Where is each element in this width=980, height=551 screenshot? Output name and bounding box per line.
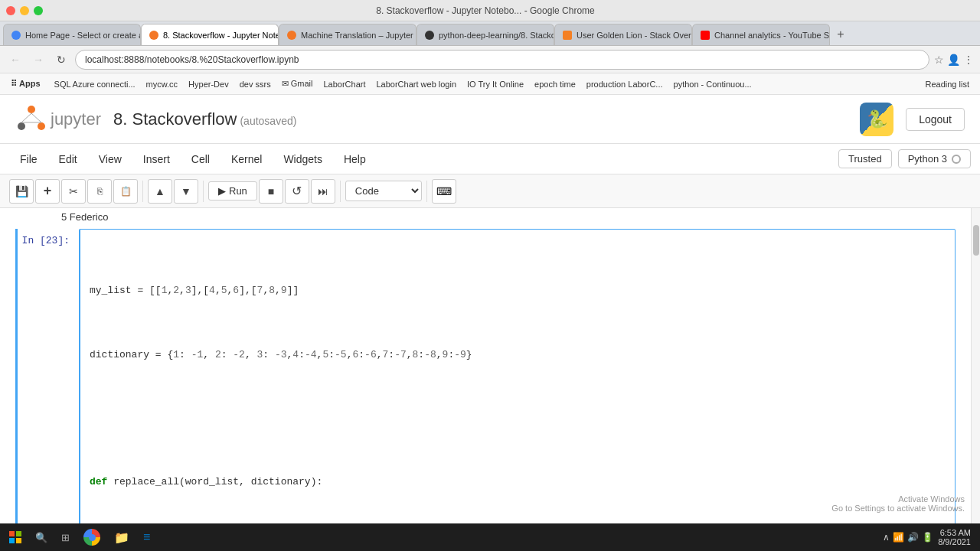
window-controls[interactable]	[6, 6, 43, 15]
move-down-button[interactable]: ▼	[174, 179, 198, 204]
close-window-button[interactable]	[6, 6, 15, 15]
bookmark-devssrs[interactable]: dev ssrs	[235, 78, 276, 90]
tab-home[interactable]: Home Page - Select or create a... ✕	[3, 24, 141, 45]
chrome-icon-center	[89, 534, 96, 541]
bookmark-icon[interactable]: ☆	[934, 54, 944, 66]
taskbar-vscode[interactable]: ≡	[137, 527, 156, 548]
bookmark-python[interactable]: python - Continuou...	[669, 78, 756, 90]
notebook-title-text: 8. Stackoverflow	[113, 109, 237, 129]
taskbar-chrome[interactable]	[77, 527, 106, 548]
copy-button[interactable]: ⎘	[87, 179, 112, 204]
move-up-button[interactable]: ▲	[148, 179, 172, 204]
output-above-text: 5 Federico	[61, 211, 108, 223]
menu-insert[interactable]: Insert	[132, 147, 181, 171]
back-button[interactable]: ←	[6, 51, 24, 69]
tab-label-home: Home Page - Select or create a...	[25, 31, 141, 40]
menu-icon[interactable]: ⋮	[963, 54, 974, 66]
code-line-3	[90, 411, 946, 427]
jupyter-logo: jupyter	[15, 103, 101, 135]
svg-rect-5	[9, 538, 15, 543]
menu-widgets[interactable]: Widgets	[273, 147, 333, 171]
forward-button[interactable]: →	[29, 51, 47, 69]
toolbar-separator-4	[426, 181, 427, 202]
jupyter-logo-icon: jupyter	[15, 103, 101, 135]
tab-jupyter[interactable]: 8. Stackoverflow - Jupyter Note... ✕	[141, 24, 279, 45]
vscode-icon: ≡	[143, 530, 150, 544]
battery-icon[interactable]: 🔋	[922, 532, 933, 543]
bookmark-epoch[interactable]: epoch time	[530, 78, 580, 90]
add-cell-button[interactable]: +	[35, 179, 60, 204]
tab-yt[interactable]: Channel analytics - YouTube Stu... ✕	[692, 24, 830, 45]
menu-file[interactable]: File	[9, 147, 48, 171]
systray-chevron[interactable]: ∧	[883, 532, 890, 543]
save-button[interactable]: 💾	[9, 179, 34, 204]
bookmark-gmail[interactable]: ✉ Gmail	[277, 77, 318, 90]
code-cell-23[interactable]: In [23]: my_list = [[1,2,3],[4,5,6],[7,8…	[15, 229, 956, 551]
taskbar-explorer[interactable]: 📁	[108, 527, 136, 548]
cut-icon: ✂	[69, 185, 78, 197]
new-tab-button[interactable]: +	[830, 24, 851, 45]
code-line-2: dictionary = {1: -1, 2: -2, 3: -3,4:-4,5…	[90, 347, 946, 364]
bookmark-hyperdev[interactable]: Hyper-Dev	[184, 78, 234, 90]
svg-rect-6	[16, 538, 21, 543]
tab-mt[interactable]: Machine Translation – Jupyter No... ✕	[279, 24, 416, 45]
cut-button[interactable]: ✂	[61, 179, 86, 204]
speaker-icon[interactable]: 🔊	[907, 532, 919, 543]
menu-bar: File Edit View Insert Cell Kernel Widget…	[0, 144, 980, 174]
bookmark-prodlc[interactable]: production LaborC...	[582, 78, 668, 90]
tab-label-so: User Golden Lion - Stack Overfl...	[577, 31, 692, 40]
menu-view[interactable]: View	[88, 147, 132, 171]
tab-label-yt: Channel analytics - YouTube Stu...	[714, 31, 830, 40]
python-logo-icon: 🐍	[867, 109, 887, 129]
clock[interactable]: 6:53 AM 8/9/2021	[938, 528, 971, 546]
taskbar-search[interactable]: 🔍	[29, 527, 54, 548]
run-button[interactable]: ▶ Run	[208, 181, 257, 201]
win-activate-line2: Go to Settings to activate Windows.	[831, 504, 965, 513]
tab-favicon-home	[11, 31, 21, 40]
stop-button[interactable]: ■	[259, 179, 283, 204]
bookmark-laborchart[interactable]: LaborChart	[318, 78, 370, 90]
menu-help[interactable]: Help	[333, 147, 377, 171]
windows-activation-watermark: Activate Windows Go to Settings to activ…	[831, 494, 965, 513]
window-title: 8. Stackoverflow - Jupyter Notebo... - G…	[43, 5, 928, 16]
url-input[interactable]: localhost:8888/notebooks/8.%20Stackoverf…	[75, 50, 929, 70]
logout-button[interactable]: Logout	[906, 108, 965, 131]
vertical-scrollbar[interactable]	[971, 208, 980, 551]
title-bar: 8. Stackoverflow - Jupyter Notebo... - G…	[0, 0, 980, 21]
cell-input[interactable]: my_list = [[1,2,3],[4,5,6],[7,8,9]] dict…	[79, 229, 956, 551]
tab-so[interactable]: User Golden Lion - Stack Overfl... ✕	[554, 24, 692, 45]
run-label: Run	[229, 185, 247, 197]
menu-cell[interactable]: Cell	[181, 147, 220, 171]
paste-icon: 📋	[120, 186, 132, 197]
cell-type-select[interactable]: Code	[345, 181, 422, 201]
paste-button[interactable]: 📋	[113, 179, 138, 204]
toolbar-separator-3	[340, 181, 341, 202]
tab-github[interactable]: python-deep-learning/8. Stacko... ✕	[416, 24, 554, 45]
bookmark-tryit[interactable]: IO Try It Online	[462, 78, 528, 90]
scrollbar-thumb[interactable]	[973, 225, 979, 256]
network-icon[interactable]: 📶	[893, 532, 904, 543]
notebook-inner: 5 Federico In [23]: my_list = [[1,2,3],[…	[0, 208, 971, 551]
stop-icon: ■	[268, 185, 274, 197]
reload-button[interactable]: ↻	[52, 51, 70, 69]
menu-kernel[interactable]: Kernel	[220, 147, 273, 171]
bookmark-mycw[interactable]: mycw.cc	[142, 78, 183, 90]
maximize-window-button[interactable]	[34, 6, 43, 15]
restart-run-button[interactable]: ⏭	[311, 179, 335, 204]
minimize-window-button[interactable]	[20, 6, 29, 15]
bookmark-sql[interactable]: SQL Azure connecti...	[50, 78, 140, 90]
restart-button[interactable]: ↺	[285, 179, 309, 204]
account-icon[interactable]: 👤	[947, 54, 960, 66]
menu-right: Trusted Python 3	[838, 149, 971, 168]
copy-icon: ⎘	[97, 186, 103, 197]
bookmark-lc-web[interactable]: LaborChart web login	[371, 78, 461, 90]
svg-point-1	[18, 122, 25, 130]
trusted-button[interactable]: Trusted	[838, 149, 892, 168]
menu-edit[interactable]: Edit	[48, 147, 88, 171]
keyboard-shortcuts-button[interactable]: ⌨	[432, 179, 456, 204]
start-button[interactable]	[3, 525, 28, 549]
taskbar-taskview[interactable]: ⊞	[55, 527, 76, 548]
apps-bookmark[interactable]: ⠿ Apps	[6, 77, 45, 90]
bookmark-readinglist[interactable]: Reading list	[921, 78, 974, 90]
tab-favicon-github	[425, 31, 434, 40]
